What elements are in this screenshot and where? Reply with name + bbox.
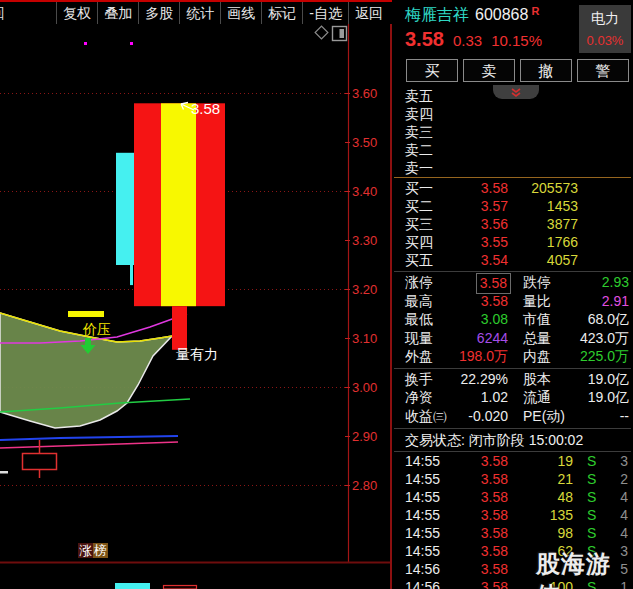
quote-panel: 梅雁吉祥600868R 3.580.3310.15% 电力 0.03% 买卖撤警… <box>392 0 633 589</box>
stats-row: 收益㈢-0.020 PE(动)-- <box>392 407 633 426</box>
margin-flag: R <box>531 5 539 17</box>
buy-level-row[interactable]: 买五3.544057 <box>392 251 633 269</box>
order-button-cancel[interactable]: 撤 <box>520 59 572 82</box>
sell-level-row[interactable]: 卖四 <box>392 105 633 123</box>
subpane-cyan-bar <box>115 583 150 589</box>
rank-tag-char: 涨 <box>78 543 93 558</box>
buy-level-row[interactable]: 买三3.563877 <box>392 215 633 233</box>
tick-row: 14:553.58 135S4 <box>392 506 633 524</box>
sell-level-row[interactable]: 卖二 <box>392 141 633 159</box>
stats-block-b: 换手22.29% 股本19.0亿 净资1.02 流通19.0亿 收益㈢-0.02… <box>392 370 633 426</box>
tick-row: 14:553.58 98S4 <box>392 524 633 542</box>
tick-row: 14:553.58 48S4 <box>392 488 633 506</box>
buy-level-row[interactable]: 买一3.58205573 <box>392 179 633 197</box>
white-dash <box>0 471 8 474</box>
main-chart[interactable] <box>0 0 390 589</box>
sell-level-row[interactable]: 卖三 <box>392 123 633 141</box>
stats-block-a: 涨停3.58 跌停2.93 最高3.58 量比2.91 最低3.08 市值68.… <box>392 273 633 366</box>
candle-wick <box>130 265 133 285</box>
order-button-buy[interactable]: 买 <box>406 59 458 82</box>
rank-board-tag[interactable]: 涨榜 <box>78 543 108 558</box>
buy-level-row[interactable]: 买二3.571453 <box>392 197 633 215</box>
pink-indicator-line <box>0 442 178 448</box>
tick-row: 14:553.58 21S2 <box>392 470 633 488</box>
price-summary: 3.580.3310.15% <box>405 28 542 51</box>
sector-quote-box[interactable]: 电力 0.03% <box>579 5 631 53</box>
section-divider <box>394 428 631 429</box>
stock-header: 梅雁吉祥600868R <box>405 5 539 26</box>
stats-row: 涨停3.58 跌停2.93 <box>392 273 633 292</box>
candle-layer <box>116 103 225 349</box>
yellow-signal-dash <box>68 311 104 317</box>
price-change: 0.33 <box>453 32 482 49</box>
stats-row: 净资1.02 流通19.0亿 <box>392 388 633 407</box>
order-buttons: 买卖撤警 <box>406 59 629 82</box>
sell-level-row[interactable]: 卖五 <box>392 87 633 105</box>
stock-app-window: 回 复权叠加多股统计画线标记-自选返回 <box>0 0 633 589</box>
sell-queue: 卖五 卖四 卖三 卖二 卖一 <box>392 87 633 177</box>
watermark: 股海游侠 <box>536 548 633 589</box>
blue-indicator-line <box>0 436 178 440</box>
stock-code: 600868 <box>475 6 528 23</box>
sector-change-pct: 0.03% <box>579 33 631 48</box>
tick-row: 14:553.58 19S3 <box>392 452 633 470</box>
stats-row: 最高3.58 量比2.91 <box>392 292 633 311</box>
stats-row: 外盘198.0万 内盘225.0万 <box>392 347 633 366</box>
sector-name: 电力 <box>579 10 631 28</box>
stats-row: 换手22.29% 股本19.0亿 <box>392 370 633 389</box>
candle-body <box>116 153 134 265</box>
order-button-alert[interactable]: 警 <box>577 59 629 82</box>
trading-status: 交易状态: 闭市阶段 15:00:02 <box>405 430 583 450</box>
sell-level-row[interactable]: 卖一 <box>392 159 633 177</box>
subpane-red-bar <box>164 586 197 589</box>
rank-tag-char: 榜 <box>93 543 108 558</box>
price-change-pct: 10.15% <box>491 32 542 49</box>
stats-row: 现量6244 总量423.0万 <box>392 329 633 348</box>
section-divider <box>394 368 631 369</box>
section-divider <box>394 271 631 272</box>
candle-stripe <box>161 103 196 306</box>
candle-wick <box>172 306 187 350</box>
last-price: 3.58 <box>405 28 444 50</box>
stock-name: 梅雁吉祥 <box>405 6 469 23</box>
stats-row: 最低3.08 市值68.0亿 <box>392 310 633 329</box>
buy-level-row[interactable]: 买四3.551766 <box>392 233 633 251</box>
buy-queue: 买一3.58205573 买二3.571453 买三3.563877 买四3.5… <box>392 179 633 269</box>
order-button-sell[interactable]: 卖 <box>463 59 515 82</box>
